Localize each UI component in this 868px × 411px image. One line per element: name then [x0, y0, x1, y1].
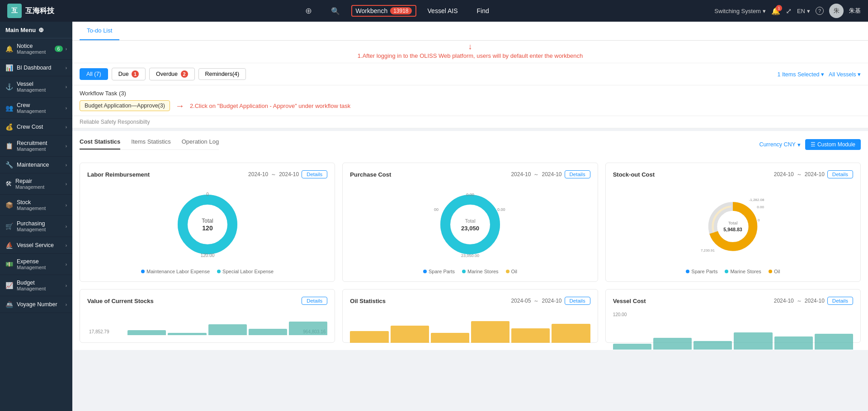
main-menu-add-icon[interactable]: ⊕: [38, 26, 44, 33]
sidebar-item-maintenance[interactable]: 🔧 Maintenance ›: [0, 157, 72, 173]
sidebar-item-budget[interactable]: 📈 Budget Management ›: [0, 275, 72, 296]
help-btn[interactable]: ?: [816, 7, 824, 15]
sidebar-item-crew-mgmt[interactable]: 👥 Crew Management ›: [0, 98, 72, 119]
history-nav-btn[interactable]: ⊕: [297, 3, 320, 19]
legend-dot-stockout-oil: [769, 270, 772, 273]
sidebar-item-vessel[interactable]: ⚓ Vessel Management ›: [0, 76, 72, 98]
fullscreen-btn[interactable]: ⤢: [786, 7, 792, 15]
user-name: 朱基: [849, 7, 861, 15]
recruitment-icon: 📋: [5, 142, 13, 149]
legend-dot-oil: [506, 270, 509, 273]
stockout-details-btn[interactable]: Details: [827, 170, 853, 178]
sidebar-item-voyage[interactable]: 🚢 Voyage Number ›: [0, 296, 72, 313]
repair-chevron-icon: ›: [66, 182, 67, 187]
current-stocks-details-btn[interactable]: Details: [302, 297, 327, 305]
recruitment-sub-label: Management: [17, 146, 47, 152]
items-selected-label[interactable]: 1 Items Selected ▾: [777, 71, 824, 78]
expense-label: Expense: [17, 258, 46, 265]
all-vessels-chevron-icon: ▾: [858, 71, 861, 78]
filter-reminders-btn[interactable]: Reminders(4): [198, 68, 246, 80]
tabs-bar: To-do List: [72, 22, 868, 41]
find-nav-btn[interactable]: Find: [469, 4, 496, 18]
purchasing-chevron-icon: ›: [66, 224, 67, 229]
tab-items-statistics[interactable]: Items Statistics: [131, 138, 170, 149]
filter-all-btn[interactable]: All (7): [80, 68, 108, 80]
charts-row-2: Value of Current Stocks Details 17,852.7…: [80, 289, 861, 343]
stock-chevron-icon: ›: [66, 203, 67, 208]
currency-chevron-icon: ▾: [797, 141, 801, 148]
legend-label-stockout-spare: Spare Parts: [691, 269, 717, 274]
stockout-legend: Spare Parts Marine Stores Oil: [613, 269, 853, 274]
all-vessels-btn[interactable]: All Vessels ▾: [829, 71, 861, 78]
stock-sub-label: Management: [17, 206, 46, 211]
workbench-badge: 13918: [390, 7, 411, 14]
oil-statistics-card: Oil Statistics 2024-05 ～ 2024-10 Details: [342, 289, 598, 343]
currency-select[interactable]: Currency CNY ▾: [759, 141, 801, 148]
reliability-bar: Reliable Safety Responsibilty: [72, 116, 868, 128]
custom-module-btn[interactable]: ☰ Custom Module: [805, 139, 861, 150]
sidebar-item-recruitment[interactable]: 📋 Recruitment Management ›: [0, 135, 72, 157]
annotation-banner-1: ↓ 1.After logging in to the OLISS Web pl…: [72, 41, 868, 63]
language-btn[interactable]: EN ▾: [797, 8, 810, 14]
maintenance-label: Maintenance: [17, 162, 49, 168]
filter-overdue-btn[interactable]: Overdue 2: [149, 68, 194, 80]
main-content: To-do List ↓ 1.After logging in to the O…: [72, 22, 868, 411]
sidebar-item-stock[interactable]: 📦 Stock Management ›: [0, 195, 72, 216]
sidebar-item-notice[interactable]: 🔔 Notice Management 6 ›: [0, 38, 72, 60]
bi-chevron-icon: ›: [66, 65, 67, 70]
recruitment-label: Recruitment: [17, 140, 47, 146]
sidebar-item-expense[interactable]: 💵 Expense Management ›: [0, 254, 72, 275]
notifications-btn[interactable]: 🔔 1: [771, 7, 780, 15]
stockout-cost-title: Stock-out Cost: [613, 171, 655, 178]
labor-donut-chart: Total 120 0 120.00: [171, 188, 244, 261]
sidebar-item-bi[interactable]: 📊 BI Dashboard ›: [0, 60, 72, 76]
vessel-cost-date-to: 2024-10: [805, 298, 825, 304]
filter-due-btn[interactable]: Due 1: [112, 68, 146, 80]
workflow-budget-item[interactable]: Budget Application—Approve(3): [80, 100, 170, 111]
vessel-service-label: Vessel Service: [17, 242, 54, 248]
svg-text:5,948.83: 5,948.83: [724, 227, 743, 232]
stockout-date-from: 2024-10: [774, 171, 794, 177]
vessel-cost-details-btn[interactable]: Details: [827, 297, 853, 305]
labor-legend: Maintenance Labor Expense Special Labor …: [87, 269, 327, 274]
charts-row-1: Labor Reimbursement 2024-10 ～ 2024-10 De…: [80, 163, 861, 282]
switching-system-btn[interactable]: Switching System ▾: [714, 8, 766, 14]
legend-label-maintenance: Maintenance Labor Expense: [146, 269, 210, 274]
legend-label-marine-stores: Marine Stores: [467, 269, 498, 274]
svg-text:7,230.91: 7,230.91: [701, 248, 715, 252]
legend-dot-marine-stores: [462, 270, 466, 273]
vessel-cost-chart-area: 120.00: [613, 310, 853, 335]
sidebar-item-repair[interactable]: 🛠 Repair Management ›: [0, 173, 72, 195]
svg-text:-1,282.08: -1,282.08: [749, 198, 764, 202]
purchase-details-btn[interactable]: Details: [565, 170, 590, 178]
notice-chevron-icon: ›: [66, 47, 67, 51]
vessel-ais-nav-btn[interactable]: Vessel AIS: [420, 4, 466, 18]
user-initials: 朱: [834, 7, 840, 15]
todo-list-tab[interactable]: To-do List: [80, 22, 119, 40]
bell-badge: 1: [776, 5, 782, 11]
vessel-label: Vessel: [17, 81, 46, 87]
sidebar-item-purchasing[interactable]: 🛒 Purchasing Management ›: [0, 216, 72, 237]
crew-cost-icon: 💰: [5, 123, 13, 131]
main-menu-label: Main Menu: [5, 27, 36, 33]
search-nav-btn[interactable]: 🔍: [323, 4, 348, 19]
svg-text:Total: Total: [465, 218, 475, 224]
maintenance-icon: 🔧: [5, 161, 13, 168]
labor-details-btn[interactable]: Details: [302, 170, 327, 178]
crew-mgmt-chevron-icon: ›: [66, 106, 67, 111]
nav-center: ⊕ 🔍 Workbench 13918 Vessel AIS Find: [80, 3, 714, 19]
sidebar-item-vessel-service[interactable]: ⛵ Vessel Service ›: [0, 237, 72, 254]
stockout-date-to: 2024-10: [805, 171, 825, 177]
tab-cost-statistics[interactable]: Cost Statistics: [80, 138, 120, 149]
vessel-ais-label: Vessel AIS: [428, 7, 458, 14]
avatar[interactable]: 朱: [829, 4, 844, 18]
workbench-nav-btn[interactable]: Workbench 13918: [351, 5, 416, 17]
stockout-donut-container: Total 5,948.83 -1,282.08 0.00 0 7,230.91: [613, 184, 853, 265]
svg-text:23,050: 23,050: [461, 225, 479, 232]
labor-reimbursement-title: Labor Reimbursement: [87, 171, 150, 178]
legend-label-stockout-marine: Marine Stores: [730, 269, 761, 274]
oil-details-btn[interactable]: Details: [565, 297, 590, 305]
tab-operation-log[interactable]: Operation Log: [182, 138, 219, 149]
sidebar-item-crew-cost[interactable]: 💰 Crew Cost ›: [0, 119, 72, 135]
stockout-donut-chart: Total 5,948.83 -1,282.08 0.00 0 7,230.91: [697, 188, 769, 261]
